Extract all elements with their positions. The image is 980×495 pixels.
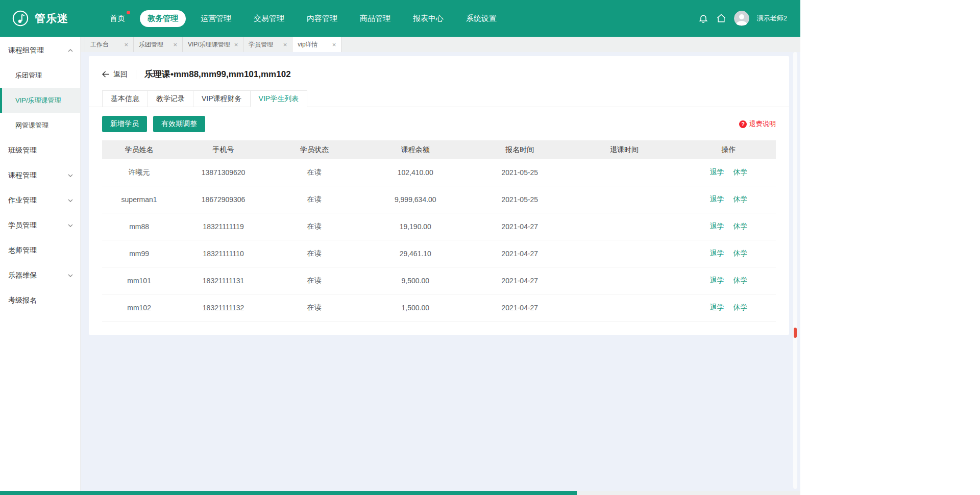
sidebar-item-class-mgmt[interactable]: 班级管理 — [0, 138, 80, 163]
validity-adjust-button[interactable]: 有效期调整 — [153, 116, 205, 132]
quit-school-link[interactable]: 退学 — [710, 249, 724, 257]
horizontal-scrollbar[interactable] — [0, 491, 800, 495]
detail-tabs: 基本信息 教学记录 VIP课程财务 VIP学生列表 — [89, 90, 789, 107]
tab-vip-detail[interactable]: vip详情 × — [292, 37, 341, 52]
cell-actions: 退学 休学 — [681, 249, 776, 258]
sidebar-item-student-mgmt[interactable]: 学员管理 — [0, 213, 80, 238]
tab-vip-course-finance[interactable]: VIP课程财务 — [193, 90, 251, 107]
tab-vip-student-list[interactable]: VIP学生列表 — [250, 90, 308, 107]
col-header-enroll-date: 报名时间 — [473, 145, 567, 155]
cell-status: 在读 — [271, 249, 358, 258]
nav-item-home-label: 首页 — [110, 14, 125, 22]
table-row: mm99 18321111110 在读 29,461.10 2021-04-27… — [102, 240, 776, 267]
open-tabs-bar: 工作台 × 乐团管理 × VIP/乐理课管理 × 学员管理 × vip详情 × — [81, 37, 800, 52]
page-header-row: 返回 乐理课•mm88,mm99,mm101,mm102 — [89, 56, 789, 90]
app-window: 管乐迷 首页 教务管理 运营管理 交易管理 内容管理 商品管理 报表中心 系统设… — [0, 0, 800, 495]
nav-item-edu-admin[interactable]: 教务管理 — [140, 10, 186, 27]
add-student-button[interactable]: 新增学员 — [102, 116, 147, 132]
nav-item-reports[interactable]: 报表中心 — [405, 10, 451, 27]
cell-actions: 退学 休学 — [681, 303, 776, 312]
refund-note-link[interactable]: ? 退费说明 — [739, 119, 776, 129]
tab-orchestra-mgmt[interactable]: 乐团管理 × — [134, 37, 183, 52]
user-name[interactable]: 演示老师2 — [757, 14, 787, 23]
nav-item-goods[interactable]: 商品管理 — [352, 10, 398, 27]
tab-vip-course-mgmt-label: VIP/乐理课管理 — [188, 40, 230, 49]
horizontal-scrollbar-thumb[interactable] — [0, 491, 577, 495]
sidebar-item-course-group-mgmt[interactable]: 课程组管理 — [0, 38, 80, 63]
vertical-scrollbar[interactable] — [793, 52, 797, 489]
brand-logo-icon — [11, 9, 30, 28]
header-actions: 演示老师2 — [698, 11, 787, 26]
pause-school-link[interactable]: 休学 — [733, 195, 748, 203]
sidebar-item-course-mgmt[interactable]: 课程管理 — [0, 163, 80, 188]
nav-item-operations[interactable]: 运营管理 — [193, 10, 239, 27]
tab-teaching-record[interactable]: 教学记录 — [148, 90, 193, 107]
pause-school-link[interactable]: 休学 — [733, 303, 748, 311]
cell-enroll-date: 2021-04-27 — [473, 250, 567, 258]
col-header-name: 学员姓名 — [102, 145, 176, 155]
tab-orchestra-mgmt-label: 乐团管理 — [139, 40, 163, 49]
cell-enroll-date: 2021-05-25 — [473, 195, 567, 204]
close-icon[interactable]: × — [332, 41, 336, 48]
cell-actions: 退学 休学 — [681, 168, 776, 177]
close-icon[interactable]: × — [234, 41, 238, 48]
sidebar-item-exam-registration[interactable]: 考级报名 — [0, 288, 80, 313]
quit-school-link[interactable]: 退学 — [710, 222, 724, 230]
students-table: 学员姓名 手机号 学员状态 课程余额 报名时间 退课时间 操作 许曦元 1387… — [102, 140, 776, 321]
sidebar-item-label: 课程组管理 — [8, 46, 44, 55]
cell-enroll-date: 2021-04-27 — [473, 277, 567, 285]
chevron-down-icon — [68, 174, 73, 177]
sidebar-item-orchestra-mgmt[interactable]: 乐团管理 — [0, 63, 80, 88]
cell-balance: 29,461.10 — [358, 250, 473, 258]
pause-school-link[interactable]: 休学 — [733, 276, 748, 284]
notification-dot — [127, 11, 130, 14]
pause-school-link[interactable]: 休学 — [733, 222, 748, 230]
page-title: 乐理课•mm88,mm99,mm101,mm102 — [144, 68, 291, 80]
cell-balance: 102,410.00 — [358, 168, 473, 177]
main-nav: 首页 教务管理 运营管理 交易管理 内容管理 商品管理 报表中心 系统设置 — [102, 10, 504, 27]
sidebar-item-label: 学员管理 — [8, 221, 37, 230]
tab-student-mgmt[interactable]: 学员管理 × — [243, 37, 292, 52]
cell-balance: 1,500.00 — [358, 304, 473, 312]
sidebar-item-homework-mgmt[interactable]: 作业管理 — [0, 188, 80, 213]
refund-note-label: 退费说明 — [749, 119, 776, 129]
divider — [136, 70, 136, 79]
sidebar-item-instrument-maintenance[interactable]: 乐器维保 — [0, 263, 80, 288]
nav-item-system[interactable]: 系统设置 — [458, 10, 504, 27]
nav-item-home[interactable]: 首页 — [102, 10, 133, 27]
tab-workbench[interactable]: 工作台 × — [85, 37, 134, 52]
close-icon[interactable]: × — [173, 41, 177, 48]
sidebar-item-label: 班级管理 — [8, 146, 37, 155]
tab-vip-detail-label: vip详情 — [298, 40, 317, 49]
sidebar-item-teacher-mgmt[interactable]: 老师管理 — [0, 238, 80, 263]
quit-school-link[interactable]: 退学 — [710, 276, 724, 284]
back-button[interactable]: 返回 — [102, 70, 128, 79]
tab-student-mgmt-label: 学员管理 — [249, 40, 273, 49]
cell-enroll-date: 2021-05-25 — [473, 168, 567, 177]
tab-basic-info[interactable]: 基本信息 — [102, 90, 148, 107]
close-icon[interactable]: × — [283, 41, 287, 48]
sidebar-item-online-course-mgmt[interactable]: 网管课管理 — [0, 113, 80, 138]
cell-name: mm102 — [102, 304, 176, 312]
sidebar-item-label: 课程管理 — [8, 171, 37, 180]
avatar[interactable] — [734, 11, 749, 26]
quit-school-link[interactable]: 退学 — [710, 303, 724, 311]
back-label: 返回 — [113, 70, 128, 79]
pause-school-link[interactable]: 休学 — [733, 168, 748, 176]
sidebar-item-label: 老师管理 — [8, 246, 37, 255]
vertical-scrollbar-thumb[interactable] — [794, 328, 797, 338]
bell-icon[interactable] — [698, 13, 708, 23]
quit-school-link[interactable]: 退学 — [710, 195, 724, 203]
home-icon[interactable] — [716, 13, 726, 23]
tab-vip-course-mgmt[interactable]: VIP/乐理课管理 × — [183, 37, 243, 52]
quit-school-link[interactable]: 退学 — [710, 168, 724, 176]
col-header-actions: 操作 — [681, 145, 776, 155]
close-icon[interactable]: × — [124, 41, 128, 48]
sidebar-item-vip-theory-mgmt[interactable]: VIP/乐理课管理 — [0, 88, 80, 113]
top-header: 管乐迷 首页 教务管理 运营管理 交易管理 内容管理 商品管理 报表中心 系统设… — [0, 0, 800, 37]
arrow-left-icon — [102, 71, 110, 78]
nav-item-transactions[interactable]: 交易管理 — [246, 10, 292, 27]
sidebar-item-label: VIP/乐理课管理 — [15, 96, 61, 105]
pause-school-link[interactable]: 休学 — [733, 249, 748, 257]
nav-item-content[interactable]: 内容管理 — [299, 10, 345, 27]
